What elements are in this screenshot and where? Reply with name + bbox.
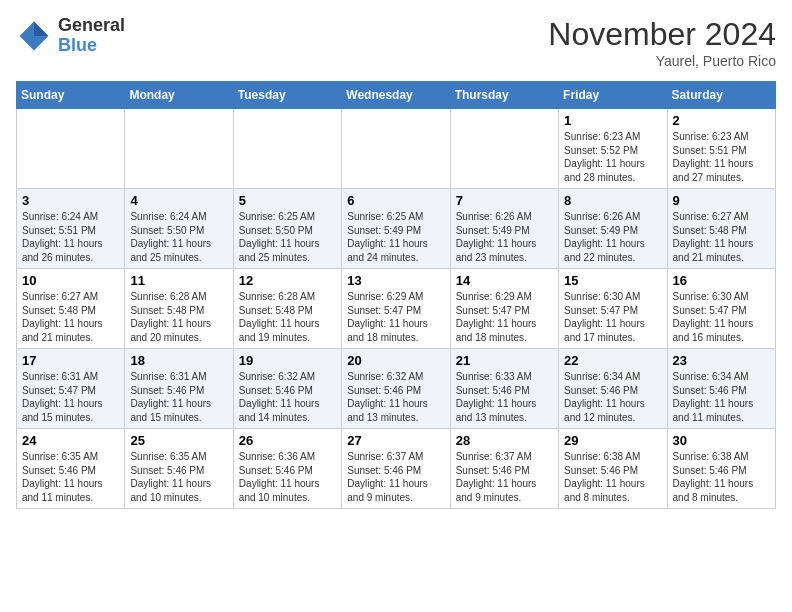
calendar-cell: 10Sunrise: 6:27 AMSunset: 5:48 PMDayligh… (17, 269, 125, 349)
day-info: Sunrise: 6:26 AMSunset: 5:49 PMDaylight:… (564, 210, 661, 264)
calendar-cell: 25Sunrise: 6:35 AMSunset: 5:46 PMDayligh… (125, 429, 233, 509)
day-info: Sunrise: 6:33 AMSunset: 5:46 PMDaylight:… (456, 370, 553, 424)
day-info: Sunrise: 6:37 AMSunset: 5:46 PMDaylight:… (347, 450, 444, 504)
day-number: 1 (564, 113, 661, 128)
calendar-cell: 13Sunrise: 6:29 AMSunset: 5:47 PMDayligh… (342, 269, 450, 349)
day-info: Sunrise: 6:24 AMSunset: 5:51 PMDaylight:… (22, 210, 119, 264)
calendar-week-row: 1Sunrise: 6:23 AMSunset: 5:52 PMDaylight… (17, 109, 776, 189)
calendar-cell: 27Sunrise: 6:37 AMSunset: 5:46 PMDayligh… (342, 429, 450, 509)
calendar-cell (17, 109, 125, 189)
day-number: 20 (347, 353, 444, 368)
calendar-cell: 19Sunrise: 6:32 AMSunset: 5:46 PMDayligh… (233, 349, 341, 429)
day-info: Sunrise: 6:32 AMSunset: 5:46 PMDaylight:… (239, 370, 336, 424)
day-number: 11 (130, 273, 227, 288)
weekday-header: Sunday (17, 82, 125, 109)
day-info: Sunrise: 6:29 AMSunset: 5:47 PMDaylight:… (456, 290, 553, 344)
calendar-cell (125, 109, 233, 189)
day-number: 29 (564, 433, 661, 448)
day-number: 17 (22, 353, 119, 368)
day-number: 27 (347, 433, 444, 448)
day-info: Sunrise: 6:23 AMSunset: 5:52 PMDaylight:… (564, 130, 661, 184)
page-header: General Blue November 2024 Yaurel, Puert… (16, 16, 776, 69)
calendar-cell: 21Sunrise: 6:33 AMSunset: 5:46 PMDayligh… (450, 349, 558, 429)
calendar-cell: 23Sunrise: 6:34 AMSunset: 5:46 PMDayligh… (667, 349, 775, 429)
day-info: Sunrise: 6:25 AMSunset: 5:49 PMDaylight:… (347, 210, 444, 264)
day-number: 3 (22, 193, 119, 208)
day-number: 4 (130, 193, 227, 208)
day-info: Sunrise: 6:31 AMSunset: 5:46 PMDaylight:… (130, 370, 227, 424)
calendar-cell: 16Sunrise: 6:30 AMSunset: 5:47 PMDayligh… (667, 269, 775, 349)
day-info: Sunrise: 6:38 AMSunset: 5:46 PMDaylight:… (564, 450, 661, 504)
day-info: Sunrise: 6:35 AMSunset: 5:46 PMDaylight:… (22, 450, 119, 504)
calendar-cell: 14Sunrise: 6:29 AMSunset: 5:47 PMDayligh… (450, 269, 558, 349)
calendar-cell: 3Sunrise: 6:24 AMSunset: 5:51 PMDaylight… (17, 189, 125, 269)
day-info: Sunrise: 6:30 AMSunset: 5:47 PMDaylight:… (564, 290, 661, 344)
day-info: Sunrise: 6:34 AMSunset: 5:46 PMDaylight:… (673, 370, 770, 424)
day-info: Sunrise: 6:34 AMSunset: 5:46 PMDaylight:… (564, 370, 661, 424)
logo-text: General Blue (58, 16, 125, 56)
day-number: 12 (239, 273, 336, 288)
day-number: 25 (130, 433, 227, 448)
calendar-cell: 15Sunrise: 6:30 AMSunset: 5:47 PMDayligh… (559, 269, 667, 349)
day-number: 18 (130, 353, 227, 368)
day-number: 22 (564, 353, 661, 368)
calendar-cell: 22Sunrise: 6:34 AMSunset: 5:46 PMDayligh… (559, 349, 667, 429)
svg-marker-1 (34, 21, 48, 35)
calendar-cell: 24Sunrise: 6:35 AMSunset: 5:46 PMDayligh… (17, 429, 125, 509)
logo: General Blue (16, 16, 125, 56)
calendar-cell: 28Sunrise: 6:37 AMSunset: 5:46 PMDayligh… (450, 429, 558, 509)
location: Yaurel, Puerto Rico (548, 53, 776, 69)
calendar-cell: 11Sunrise: 6:28 AMSunset: 5:48 PMDayligh… (125, 269, 233, 349)
weekday-header: Monday (125, 82, 233, 109)
day-number: 30 (673, 433, 770, 448)
day-info: Sunrise: 6:32 AMSunset: 5:46 PMDaylight:… (347, 370, 444, 424)
calendar-body: 1Sunrise: 6:23 AMSunset: 5:52 PMDaylight… (17, 109, 776, 509)
calendar-cell: 2Sunrise: 6:23 AMSunset: 5:51 PMDaylight… (667, 109, 775, 189)
calendar-cell (450, 109, 558, 189)
month-title: November 2024 (548, 16, 776, 53)
day-info: Sunrise: 6:26 AMSunset: 5:49 PMDaylight:… (456, 210, 553, 264)
day-number: 24 (22, 433, 119, 448)
day-info: Sunrise: 6:27 AMSunset: 5:48 PMDaylight:… (673, 210, 770, 264)
day-number: 9 (673, 193, 770, 208)
day-number: 7 (456, 193, 553, 208)
calendar-cell: 4Sunrise: 6:24 AMSunset: 5:50 PMDaylight… (125, 189, 233, 269)
calendar-table: SundayMondayTuesdayWednesdayThursdayFrid… (16, 81, 776, 509)
day-number: 6 (347, 193, 444, 208)
calendar-header-row: SundayMondayTuesdayWednesdayThursdayFrid… (17, 82, 776, 109)
weekday-header: Friday (559, 82, 667, 109)
day-info: Sunrise: 6:28 AMSunset: 5:48 PMDaylight:… (239, 290, 336, 344)
day-number: 8 (564, 193, 661, 208)
title-block: November 2024 Yaurel, Puerto Rico (548, 16, 776, 69)
day-info: Sunrise: 6:29 AMSunset: 5:47 PMDaylight:… (347, 290, 444, 344)
day-number: 13 (347, 273, 444, 288)
day-info: Sunrise: 6:25 AMSunset: 5:50 PMDaylight:… (239, 210, 336, 264)
calendar-cell: 30Sunrise: 6:38 AMSunset: 5:46 PMDayligh… (667, 429, 775, 509)
calendar-cell: 8Sunrise: 6:26 AMSunset: 5:49 PMDaylight… (559, 189, 667, 269)
calendar-cell (233, 109, 341, 189)
calendar-cell: 5Sunrise: 6:25 AMSunset: 5:50 PMDaylight… (233, 189, 341, 269)
calendar-week-row: 17Sunrise: 6:31 AMSunset: 5:47 PMDayligh… (17, 349, 776, 429)
day-info: Sunrise: 6:36 AMSunset: 5:46 PMDaylight:… (239, 450, 336, 504)
calendar-week-row: 3Sunrise: 6:24 AMSunset: 5:51 PMDaylight… (17, 189, 776, 269)
day-info: Sunrise: 6:37 AMSunset: 5:46 PMDaylight:… (456, 450, 553, 504)
day-info: Sunrise: 6:31 AMSunset: 5:47 PMDaylight:… (22, 370, 119, 424)
calendar-cell: 12Sunrise: 6:28 AMSunset: 5:48 PMDayligh… (233, 269, 341, 349)
day-info: Sunrise: 6:28 AMSunset: 5:48 PMDaylight:… (130, 290, 227, 344)
calendar-week-row: 10Sunrise: 6:27 AMSunset: 5:48 PMDayligh… (17, 269, 776, 349)
day-number: 28 (456, 433, 553, 448)
day-number: 2 (673, 113, 770, 128)
day-info: Sunrise: 6:27 AMSunset: 5:48 PMDaylight:… (22, 290, 119, 344)
calendar-cell: 20Sunrise: 6:32 AMSunset: 5:46 PMDayligh… (342, 349, 450, 429)
weekday-header: Thursday (450, 82, 558, 109)
day-number: 19 (239, 353, 336, 368)
weekday-header: Tuesday (233, 82, 341, 109)
day-number: 15 (564, 273, 661, 288)
day-number: 10 (22, 273, 119, 288)
day-number: 14 (456, 273, 553, 288)
day-number: 26 (239, 433, 336, 448)
weekday-header: Wednesday (342, 82, 450, 109)
calendar-cell: 17Sunrise: 6:31 AMSunset: 5:47 PMDayligh… (17, 349, 125, 429)
day-info: Sunrise: 6:24 AMSunset: 5:50 PMDaylight:… (130, 210, 227, 264)
day-number: 23 (673, 353, 770, 368)
